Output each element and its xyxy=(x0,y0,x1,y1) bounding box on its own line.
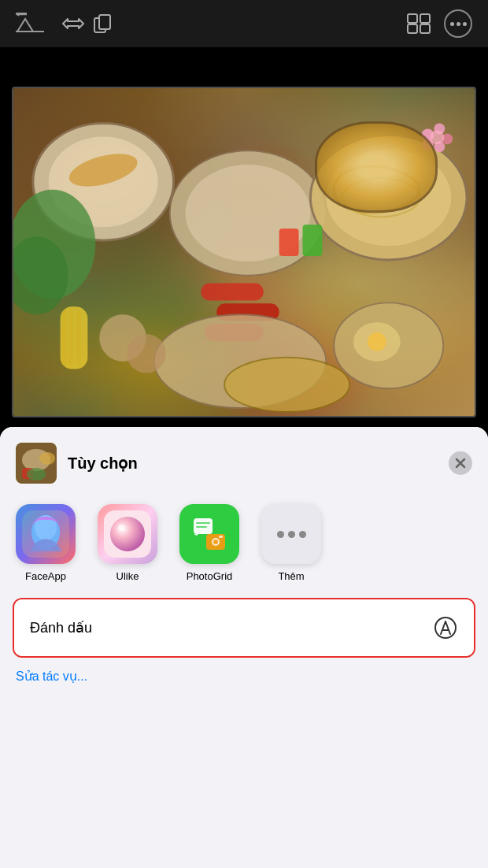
svg-rect-5 xyxy=(420,14,430,23)
more-options-icon[interactable] xyxy=(444,9,472,38)
food-image xyxy=(13,88,475,416)
svg-point-39 xyxy=(368,332,386,351)
close-button[interactable] xyxy=(449,451,472,475)
sheet-header: Tùy chọn xyxy=(0,427,488,496)
apps-row: FaceApp Ulike xyxy=(0,496,488,598)
app-label-faceapp: FaceApp xyxy=(25,570,66,582)
photo-container xyxy=(12,87,476,417)
svg-rect-16 xyxy=(201,284,263,301)
grid-icon[interactable] xyxy=(406,11,431,36)
copy-icon[interactable] xyxy=(93,13,113,34)
top-toolbar xyxy=(0,0,488,47)
photo-area xyxy=(0,47,488,433)
svg-point-51 xyxy=(110,517,145,551)
edit-tasks-link[interactable]: Sửa tác vụ... xyxy=(0,658,488,684)
svg-point-44 xyxy=(27,468,46,480)
svg-point-20 xyxy=(326,149,451,246)
toolbar-right xyxy=(406,9,472,38)
svg-rect-60 xyxy=(219,536,223,538)
sheet-title: Tùy chọn xyxy=(68,454,438,473)
svg-rect-4 xyxy=(408,14,417,23)
svg-rect-35 xyxy=(76,310,80,365)
sketch-icon xyxy=(433,615,458,640)
app-label-ulike: Ulike xyxy=(116,570,139,582)
app-item-faceapp[interactable]: FaceApp xyxy=(16,504,76,582)
app-label-more: Thêm xyxy=(278,570,304,582)
svg-point-61 xyxy=(435,618,456,638)
svg-marker-0 xyxy=(17,19,33,32)
svg-point-36 xyxy=(224,358,349,412)
faceapp-icon xyxy=(16,504,76,564)
svg-rect-7 xyxy=(420,24,430,33)
svg-point-31 xyxy=(127,334,166,373)
toolbar-left xyxy=(16,13,113,35)
sheet-thumbnail xyxy=(16,443,57,484)
svg-point-26 xyxy=(430,130,444,144)
action-row-danh-dau[interactable]: Đánh dấu xyxy=(14,599,474,656)
svg-rect-56 xyxy=(196,526,207,528)
svg-rect-27 xyxy=(279,228,299,256)
svg-rect-33 xyxy=(62,310,67,365)
app-item-more[interactable]: Thêm xyxy=(261,504,321,582)
svg-rect-3 xyxy=(99,15,110,29)
svg-point-42 xyxy=(39,452,55,465)
more-app-icon xyxy=(261,504,321,564)
svg-rect-34 xyxy=(69,310,74,365)
app-item-ulike[interactable]: Ulike xyxy=(98,504,157,582)
app-label-photogrid: PhotoGrid xyxy=(187,570,233,582)
svg-rect-28 xyxy=(302,224,322,256)
svg-rect-55 xyxy=(196,522,210,524)
action-rows: Đánh dấu xyxy=(13,598,475,658)
back-transform-icon[interactable] xyxy=(16,13,44,35)
action-row-label: Đánh dấu xyxy=(30,619,92,636)
svg-point-52 xyxy=(118,525,124,531)
svg-point-59 xyxy=(213,540,218,544)
svg-rect-6 xyxy=(408,24,417,33)
photogrid-icon xyxy=(179,504,239,564)
undo-icon[interactable] xyxy=(60,13,87,35)
ulike-icon xyxy=(98,504,157,564)
bottom-sheet: Tùy chọn xyxy=(0,427,488,868)
app-item-photogrid[interactable]: PhotoGrid xyxy=(179,504,239,582)
